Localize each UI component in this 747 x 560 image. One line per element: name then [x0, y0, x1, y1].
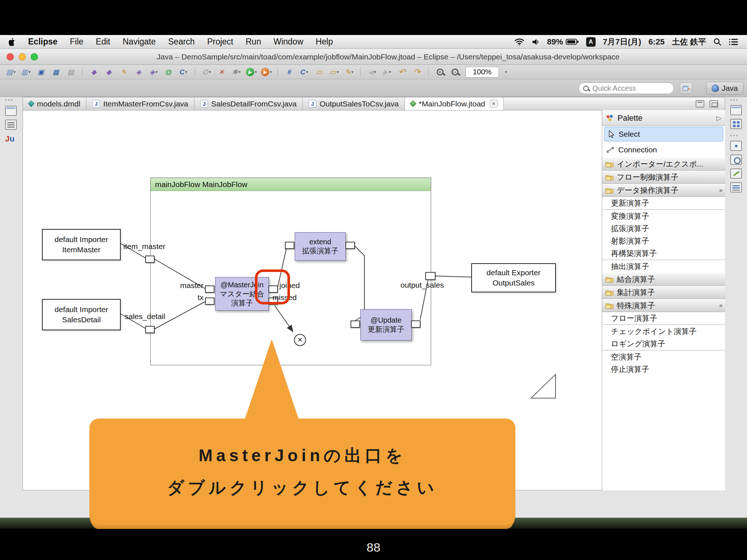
palette-tool-connection[interactable]: Connection — [602, 142, 725, 158]
port-extend-out[interactable] — [345, 242, 355, 249]
open-perspective-icon[interactable] — [680, 82, 692, 94]
palette-item-logging-op[interactable]: ロギング演算子 — [602, 338, 725, 350]
palette-item-extract-op[interactable]: 抽出演算子 — [602, 260, 725, 273]
search-edit-icon[interactable]: ✎ — [117, 67, 130, 78]
palette-item-flow-op[interactable]: フロー演算子 — [602, 312, 725, 324]
menu-user[interactable]: 土佐 鉄平 — [672, 36, 706, 47]
spotlight-icon[interactable] — [713, 38, 721, 46]
palette-item-restructure-op[interactable]: 再構築演算子 — [602, 247, 725, 260]
palette-group-aggregate-operators[interactable]: 集計演算子 — [602, 286, 725, 299]
quick-access-input[interactable]: Quick Access — [578, 82, 674, 94]
open-resource-icon[interactable]: ▭ — [328, 67, 341, 78]
coverage-icon[interactable]: C — [298, 67, 311, 78]
port-frame-sales-detail[interactable] — [145, 326, 155, 333]
menu-run[interactable]: Run — [246, 37, 261, 47]
drawer-pin-icon[interactable]: ‹› — [719, 187, 722, 194]
tab-mainjobflow-active[interactable]: *MainJobFlow.jtoad ✕ — [405, 97, 504, 110]
junit-view-icon[interactable]: Ju — [5, 134, 17, 144]
volume-icon[interactable] — [532, 38, 540, 46]
node-item-master-importer[interactable]: default Importer ItemMaster — [42, 229, 121, 260]
drawer-pin-icon[interactable]: ‹› — [719, 302, 722, 309]
open-folder-icon[interactable]: ▭ — [313, 67, 326, 78]
port-frame-item-master[interactable] — [145, 256, 155, 263]
outline-view-icon[interactable] — [730, 119, 742, 129]
run-icon[interactable]: ▶ — [245, 67, 258, 78]
forward-history-icon[interactable]: ▶ — [380, 67, 394, 78]
menu-navigate[interactable]: Navigate — [123, 37, 156, 47]
palette-item-empty-op[interactable]: 空演算子 — [602, 351, 725, 363]
port-update-out[interactable] — [411, 320, 421, 328]
declaration-view-icon[interactable] — [730, 168, 742, 179]
palette-group-flow-control[interactable]: フロー制御演算子 — [602, 171, 725, 184]
deploy-run-icon[interactable]: ◈ — [147, 67, 160, 78]
close-window-button[interactable] — [7, 53, 14, 61]
java-perspective-button[interactable]: Java — [706, 82, 743, 95]
new-wizard-icon[interactable]: ▥ — [19, 67, 32, 78]
port-frame-output-sales[interactable] — [425, 272, 436, 280]
highlight-edit-icon[interactable]: ✎ — [342, 67, 356, 78]
tab-models-dmdl[interactable]: models.dmdl — [23, 97, 86, 110]
menu-search[interactable]: Search — [168, 37, 195, 47]
menu-window[interactable]: Window — [274, 37, 303, 47]
restore-views-icon[interactable] — [5, 106, 17, 116]
palette-item-checkpoint-op[interactable]: チェックポイント演算子 — [602, 325, 725, 338]
print-icon[interactable]: ▤ — [64, 67, 77, 78]
restore-views-icon[interactable] — [730, 105, 742, 115]
battery-status[interactable]: 89% — [547, 37, 579, 47]
debug-icon[interactable]: ▶ — [260, 67, 273, 78]
zoom-level-caret[interactable] — [501, 67, 510, 78]
new-grid-icon[interactable]: # — [283, 67, 296, 78]
menu-time[interactable]: 6:25 — [649, 37, 665, 47]
node-update[interactable]: @Update 更新演算子 — [360, 309, 412, 341]
palette-item-extend-op[interactable]: 拡張演算子 — [602, 222, 725, 235]
node-sales-detail-importer[interactable]: default Importer SalesDetail — [42, 299, 121, 330]
input-source-icon[interactable]: A — [586, 37, 596, 47]
build-project-icon[interactable]: C — [177, 67, 190, 78]
rail-grip-dots[interactable] — [5, 99, 17, 101]
notification-list-icon[interactable] — [729, 38, 738, 46]
menu-help[interactable]: Help — [316, 37, 333, 47]
palette-group-special-operators[interactable]: 特殊演算子 ‹› — [602, 299, 725, 312]
external-tools-icon[interactable]: ✱ — [230, 67, 243, 78]
menu-edit[interactable]: Edit — [96, 37, 111, 47]
rail-grip-dots[interactable] — [730, 135, 742, 136]
save-icon[interactable]: ▣ — [34, 67, 47, 78]
back-history-icon[interactable]: ◀ — [365, 67, 379, 78]
hierarchy-view-icon[interactable] — [5, 120, 17, 130]
palette-item-stop-op[interactable]: 停止演算子 — [602, 363, 725, 376]
tab-itemmasterfromcsv[interactable]: J ItemMasterFromCsv.java — [86, 97, 194, 110]
menu-date[interactable]: 7月7日(月) — [603, 36, 641, 47]
window-title-bar[interactable]: Java – DemoSample/src/main/toad/com/exam… — [0, 49, 747, 65]
node-extend[interactable]: extend 拡張演算子 — [295, 232, 346, 261]
redo-icon[interactable]: ↷ — [410, 67, 423, 78]
new-file-icon[interactable]: ▤ — [4, 67, 18, 78]
menu-file[interactable]: File — [70, 37, 84, 47]
bookmarks-view-icon[interactable] — [730, 141, 742, 151]
rail-grip-dots[interactable] — [730, 99, 742, 101]
palette-expand-icon[interactable]: ▷ — [716, 114, 721, 122]
wifi-icon[interactable] — [514, 38, 525, 46]
console-view-icon[interactable] — [730, 182, 742, 192]
palette-item-project-op[interactable]: 射影演算子 — [602, 235, 725, 247]
minimize-icon[interactable] — [696, 100, 704, 108]
import-graph-icon[interactable]: ◆ — [87, 67, 100, 78]
zoom-in-icon[interactable] — [433, 67, 446, 78]
close-tab-icon[interactable]: ✕ — [490, 100, 498, 108]
port-extend-in[interactable] — [285, 242, 294, 249]
node-output-sales-exporter[interactable]: default Exporter OutputSales — [471, 263, 556, 292]
palette-item-update-op[interactable]: 更新演算子 — [602, 197, 725, 209]
maximize-icon[interactable] — [709, 100, 718, 108]
zoom-out-icon[interactable] — [448, 67, 461, 78]
palette-group-join-operators[interactable]: 結合演算子 — [602, 273, 725, 286]
zoom-window-button[interactable] — [31, 53, 38, 61]
skip-breakpoints-icon[interactable]: ∅ — [200, 67, 213, 78]
undo-icon[interactable]: ↶ — [395, 67, 409, 78]
save-all-icon[interactable]: ▦ — [49, 67, 62, 78]
palette-group-data-operators[interactable]: データ操作演算子 ‹› — [602, 184, 725, 197]
minimize-window-button[interactable] — [19, 53, 26, 61]
apple-menu-icon[interactable] — [9, 38, 16, 46]
palette-header[interactable]: Palette ▷ — [602, 110, 725, 126]
zoom-level-select[interactable]: 100% — [465, 67, 499, 78]
palette-tool-select[interactable]: Select — [604, 127, 723, 141]
port-masterjoin-master-in[interactable] — [205, 285, 214, 293]
